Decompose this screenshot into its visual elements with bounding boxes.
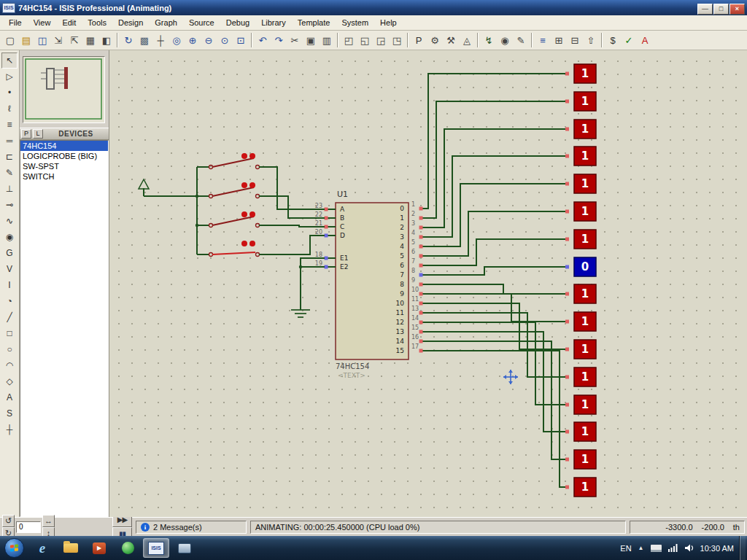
library-manager-button[interactable]: L xyxy=(33,129,43,139)
toggle-grid-button[interactable]: ▩ xyxy=(136,32,152,48)
output-wire-2[interactable] xyxy=(419,129,569,228)
logic-probe-5[interactable] xyxy=(574,202,596,221)
logic-probe-0[interactable] xyxy=(574,64,596,83)
logic-probe-12[interactable] xyxy=(574,395,596,414)
switch-toggle-dot[interactable] xyxy=(249,153,255,159)
switch-toggle-dot[interactable] xyxy=(241,241,247,246)
volume-icon[interactable] xyxy=(684,544,694,552)
tape-recorder-mode-button[interactable]: ◉ xyxy=(1,229,18,245)
menu-debug[interactable]: Debug xyxy=(220,16,255,29)
switch-lever-open[interactable] xyxy=(212,217,254,225)
redo-button[interactable]: ↷ xyxy=(271,32,287,48)
keyboard-icon[interactable] xyxy=(651,545,662,552)
center-at-cursor-button[interactable]: ◎ xyxy=(169,32,185,48)
zoom-all-button[interactable]: ⊙ xyxy=(217,32,233,48)
decompose-button[interactable]: ◬ xyxy=(459,32,475,48)
taskbar-misc-button[interactable] xyxy=(171,538,198,558)
2d-line-mode-button[interactable]: ╱ xyxy=(1,309,18,325)
switch-toggle-dot[interactable] xyxy=(241,153,247,159)
device-item-switch[interactable]: SWITCH xyxy=(20,171,108,182)
packaging-tool-button[interactable]: ⚒ xyxy=(443,32,459,48)
logic-probe-9[interactable] xyxy=(574,312,596,331)
device-item-logicprobe-big-[interactable]: LOGICPROBE (BIG) xyxy=(20,151,108,161)
electrical-rule-check-button[interactable]: ✓ xyxy=(621,32,637,48)
copy-button[interactable]: ▣ xyxy=(303,32,319,48)
power-terminal-arrow[interactable] xyxy=(139,179,149,189)
paste-button[interactable]: ▥ xyxy=(319,32,335,48)
network-icon[interactable] xyxy=(668,544,678,552)
rotation-angle-field[interactable]: 0 xyxy=(16,521,41,533)
menu-file[interactable]: File xyxy=(3,16,28,29)
redraw-display-button[interactable]: ↻ xyxy=(120,32,136,48)
switch-terminal[interactable] xyxy=(209,195,213,198)
2d-path-mode-button[interactable]: ◇ xyxy=(1,373,18,389)
make-device-button[interactable]: ⚙ xyxy=(427,32,443,48)
menu-source[interactable]: Source xyxy=(183,16,220,29)
print-design-button[interactable]: ▦ xyxy=(82,32,98,48)
logic-probe-15[interactable] xyxy=(574,478,596,497)
graph-mode-button[interactable]: ∿ xyxy=(1,213,18,229)
selection-mode-button[interactable]: ↖ xyxy=(1,52,18,69)
bill-of-materials-button[interactable]: $ xyxy=(605,32,621,48)
output-wire-15[interactable] xyxy=(419,351,569,487)
property-assignment-button[interactable]: ✎ xyxy=(513,32,529,48)
taskbar-ie-button[interactable]: e xyxy=(29,538,55,558)
menu-edit[interactable]: Edit xyxy=(56,16,82,29)
new-file-button[interactable]: ▢ xyxy=(2,32,18,48)
pick-parts-button[interactable]: P xyxy=(21,129,31,139)
switch-terminal[interactable] xyxy=(256,195,260,198)
minimize-button[interactable]: — xyxy=(697,4,713,15)
search-and-tag-button[interactable]: ◉ xyxy=(497,32,513,48)
menu-template[interactable]: Template xyxy=(292,16,336,29)
mark-output-area-button[interactable]: ◧ xyxy=(98,32,115,48)
menu-system[interactable]: System xyxy=(336,16,374,29)
switch-terminal[interactable] xyxy=(209,166,213,169)
switch-to-input-wire[interactable] xyxy=(259,236,325,254)
logic-probe-14[interactable] xyxy=(574,450,596,469)
remove-sheet-button[interactable]: ⊟ xyxy=(567,32,583,48)
start-button[interactable] xyxy=(4,538,24,558)
save-design-button[interactable]: ◫ xyxy=(34,32,50,48)
subcircuit-mode-button[interactable]: ⊏ xyxy=(1,149,18,165)
pick-device-button[interactable]: P xyxy=(411,32,427,48)
menu-graph[interactable]: Graph xyxy=(149,16,183,29)
false-origin-button[interactable]: ┼ xyxy=(152,32,169,48)
switch-to-input-wire[interactable] xyxy=(259,225,325,227)
switch-toggle-dot[interactable] xyxy=(241,182,247,188)
2d-arc-mode-button[interactable]: ◠ xyxy=(1,357,18,373)
block-delete-button[interactable]: ◳ xyxy=(389,32,405,48)
logic-probe-7[interactable] xyxy=(574,257,596,276)
component-mode-button[interactable]: ▷ xyxy=(1,69,18,85)
switch-terminal[interactable] xyxy=(256,224,260,228)
language-indicator[interactable]: EN xyxy=(620,544,631,553)
wire-autorouter-button[interactable]: ↯ xyxy=(481,32,497,48)
switch-terminal[interactable] xyxy=(256,253,260,257)
logic-probe-8[interactable] xyxy=(574,284,596,303)
2d-markers-mode-button[interactable]: ┼ xyxy=(1,421,18,438)
switch-to-input-wire[interactable] xyxy=(259,196,325,218)
output-wire-0[interactable] xyxy=(419,74,569,209)
voltage-probe-mode-button[interactable]: V xyxy=(1,261,18,277)
instant-edit-mode-button[interactable]: ✎ xyxy=(1,165,18,181)
output-wire-3[interactable] xyxy=(419,156,569,237)
device-pins-mode-button[interactable]: ⊸ xyxy=(1,197,18,213)
switch-toggle-dot[interactable] xyxy=(249,211,255,217)
logic-probe-4[interactable] xyxy=(574,174,596,193)
export-section-button[interactable]: ⇱ xyxy=(66,32,82,48)
schematic-canvas[interactable]: U174HC154<TEXT>23A22B21C20D18E119E210213… xyxy=(109,50,747,517)
show-desktop-button[interactable] xyxy=(739,536,746,560)
block-move-button[interactable]: ◱ xyxy=(357,32,373,48)
switch-terminal[interactable] xyxy=(209,253,213,257)
output-wire-9[interactable] xyxy=(419,294,569,322)
netlist-to-ares-button[interactable]: A xyxy=(637,32,653,48)
logic-probe-2[interactable] xyxy=(574,120,596,139)
zoom-out-button[interactable]: ⊖ xyxy=(201,32,217,48)
logic-probe-10[interactable] xyxy=(574,340,596,359)
taskbar-media-button[interactable]: ▶ xyxy=(86,538,112,558)
undo-button[interactable]: ↶ xyxy=(255,32,271,48)
chip-74hc154-body[interactable] xyxy=(336,203,409,359)
enable-wire[interactable] xyxy=(301,258,325,307)
output-wire-12[interactable] xyxy=(419,322,569,405)
switch-toggle-dot[interactable] xyxy=(249,241,255,246)
new-sheet-button[interactable]: ⊞ xyxy=(551,32,567,48)
